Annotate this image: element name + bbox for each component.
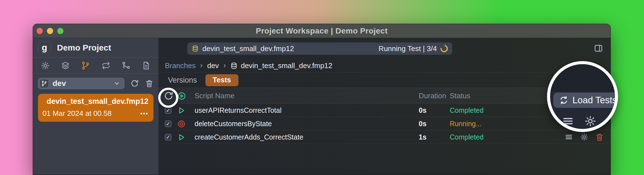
file-card[interactable]: devin_test_small_dev.fmp12 01 Mar 2024 a… — [38, 94, 153, 122]
layers-icon[interactable] — [60, 61, 70, 71]
row-checkbox[interactable]: ✓ — [165, 121, 171, 127]
column-status: Status — [450, 91, 470, 100]
reload-tests-icon[interactable] — [164, 91, 174, 102]
desktop-background: Project Workspace | Demo Project g Demo … — [0, 0, 644, 175]
row-actions — [565, 133, 604, 142]
breadcrumb-file: devin_test_small_dev.fmp12 — [241, 61, 332, 70]
traffic-lights — [37, 24, 63, 38]
sidebar: g Demo Project dev — [33, 38, 159, 175]
breadcrumb: Branches › dev › devin_test_small_dev.fm… — [159, 59, 610, 73]
more-options-button[interactable]: ••• — [140, 110, 148, 117]
status-badge: Completed — [450, 106, 484, 114]
gear-icon[interactable] — [580, 133, 588, 142]
refresh-branch-button[interactable] — [131, 79, 139, 88]
table-row[interactable]: ✓ createCustomerAdds_CorrectState 1s Com… — [159, 130, 610, 144]
branch-select-value: dev — [53, 79, 110, 88]
window-zoom-button[interactable] — [57, 28, 63, 34]
project-name: Demo Project — [57, 43, 111, 52]
chevron-right-icon: › — [223, 61, 226, 70]
document-icon[interactable] — [141, 61, 151, 71]
table-row[interactable]: ✓ userAPIReturnsCorrectTotal 0s Complete… — [159, 104, 610, 117]
status-badge: Running... — [450, 119, 482, 128]
load-tests-label: Load Tests — [572, 95, 617, 106]
tab-tests[interactable]: Tests — [205, 74, 238, 86]
main-pane: devin_test_small_dev.fmp12 Running Test … — [159, 38, 610, 175]
open-file-tab[interactable]: devin_test_small_dev.fmp12 Running Test … — [187, 42, 452, 55]
sidebar-header: g Demo Project — [33, 38, 158, 57]
commits-icon[interactable] — [121, 61, 131, 71]
repeat-icon[interactable] — [101, 61, 111, 71]
sidebar-nav — [33, 57, 158, 74]
branch-icon — [40, 79, 49, 88]
branch-select[interactable]: dev — [38, 78, 124, 89]
file-card-name: devin_test_small_dev.fmp12 — [47, 97, 148, 106]
window-minimize-button[interactable] — [47, 28, 53, 34]
trash-icon[interactable] — [595, 133, 604, 142]
load-tests-button[interactable]: Load Tests — [553, 93, 618, 108]
menu-icon[interactable] — [562, 115, 574, 128]
status-badge: Completed — [450, 133, 484, 141]
magnifier-annotation: Load Tests — [547, 61, 618, 132]
script-name: userAPIReturnsCorrectTotal — [195, 106, 281, 114]
script-name: deleteCustomersByState — [195, 119, 272, 128]
file-card-timestamp: 01 Mar 2024 at 00.58 — [42, 109, 112, 118]
stop-icon[interactable] — [177, 120, 186, 128]
duration-value: 0s — [419, 119, 427, 128]
database-icon — [192, 45, 199, 52]
run-all-icon[interactable] — [177, 92, 186, 102]
row-checkbox[interactable]: ✓ — [165, 134, 171, 140]
column-duration: Duration — [419, 91, 446, 100]
database-icon — [230, 62, 238, 69]
gear-icon[interactable] — [40, 61, 50, 71]
open-file-name: devin_test_small_dev.fmp12 — [202, 44, 294, 53]
script-name: createCustomerAdds_CorrectState — [195, 133, 303, 141]
breadcrumb-branches[interactable]: Branches — [165, 61, 196, 70]
window-title: Project Workspace | Demo Project — [256, 27, 387, 35]
duration-value: 0s — [419, 106, 427, 114]
branch-row: dev — [33, 74, 158, 89]
database-icon — [42, 98, 43, 105]
main-topbar: devin_test_small_dev.fmp12 Running Test … — [159, 38, 610, 59]
menu-icon[interactable] — [565, 133, 573, 142]
duration-value: 1s — [419, 133, 427, 141]
app-logo: g — [38, 41, 51, 54]
gear-icon[interactable] — [584, 115, 596, 128]
row-checkbox[interactable]: ✓ — [165, 107, 171, 114]
table-header: Script Name Duration Status — [159, 88, 610, 104]
tab-bar: Versions Tests — [159, 73, 610, 88]
app-window: Project Workspace | Demo Project g Demo … — [33, 24, 611, 175]
spinner-icon — [439, 44, 449, 54]
delete-branch-button[interactable] — [145, 79, 153, 88]
panel-toggle-icon[interactable] — [594, 44, 603, 54]
column-script-name: Script Name — [195, 91, 235, 100]
running-test-status: Running Test | 3/4 — [378, 44, 437, 53]
window-close-button[interactable] — [37, 28, 43, 34]
play-icon[interactable] — [177, 133, 186, 142]
git-branch-icon[interactable] — [80, 61, 91, 71]
window-titlebar[interactable]: Project Workspace | Demo Project — [33, 24, 610, 38]
sync-icon — [559, 96, 568, 105]
breadcrumb-branch[interactable]: dev — [207, 61, 219, 70]
play-icon[interactable] — [177, 106, 186, 115]
table-row[interactable]: ✓ deleteCustomersByState 0s Running... — [159, 117, 610, 130]
chevron-down-icon — [113, 80, 120, 87]
tab-versions[interactable]: Versions — [168, 76, 197, 85]
chevron-right-icon: › — [200, 61, 203, 70]
